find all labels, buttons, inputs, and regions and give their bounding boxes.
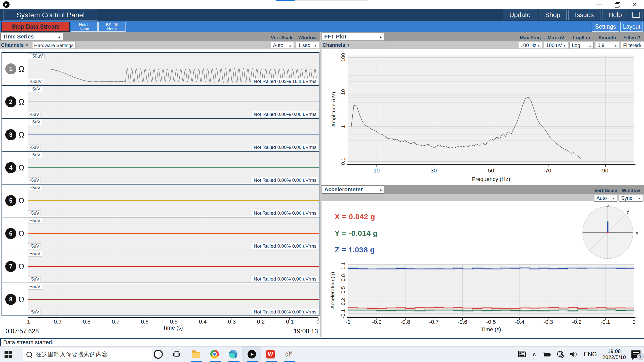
fft-x-axis-label: Frequency (Hz) — [472, 176, 510, 183]
taskbar-search-input[interactable]: 在这里输入你要搜索的内容 — [23, 348, 152, 361]
channel-status: Not Railed 0.03% 16.1 uVrms — [252, 78, 318, 84]
file-explorer-button[interactable] — [191, 349, 201, 359]
scale-bottom-label: -5uV — [28, 243, 41, 249]
window-minimize-button[interactable]: — — [595, 1, 604, 8]
channel-number-badge[interactable]: 1 — [5, 63, 16, 74]
accel-window-dropdown[interactable]: Sync▲ — [619, 195, 643, 202]
channel-number-badge[interactable]: 4 — [5, 162, 16, 173]
accel-x-value: X = 0.042 g — [335, 212, 375, 221]
edge-button[interactable] — [228, 349, 238, 359]
impedance-icon[interactable]: Ω — [18, 196, 24, 205]
channel-number-badge[interactable]: 6 — [5, 228, 16, 239]
impedance-icon[interactable]: Ω — [18, 262, 24, 271]
fft-channels-dropdown-button[interactable]: Channels ▼ — [323, 42, 350, 48]
channel-plot: +50uV-50uVNot Railed 0.03% 16.1 uVrms — [28, 53, 319, 85]
time-series-title: Time Series — [3, 33, 34, 40]
channel-number-badge[interactable]: 8 — [5, 294, 16, 305]
impedance-icon[interactable]: Ω — [18, 130, 24, 140]
help-button[interactable]: Help — [602, 10, 628, 20]
channel-number-badge[interactable]: 2 — [5, 96, 16, 107]
task-view-icon — [173, 350, 181, 358]
accel-title: Accelerometer — [324, 186, 363, 193]
filters-dropdown[interactable]: Filtered▲ — [621, 42, 644, 49]
notification-center-button[interactable]: 1 — [631, 350, 640, 358]
hardware-settings-button[interactable]: Hardware Settings — [32, 42, 75, 49]
channel-label[interactable]: 4Ω — [2, 152, 28, 184]
channel-label[interactable]: 7Ω — [2, 250, 28, 283]
volume-icon[interactable] — [570, 351, 578, 358]
no-internet-globe-icon[interactable] — [557, 350, 564, 358]
max-freq-dropdown[interactable]: 100 Hz▲ — [518, 42, 542, 49]
update-button[interactable]: Update — [503, 10, 537, 20]
layout-button[interactable]: Layout — [620, 22, 643, 32]
news-icon[interactable] — [518, 350, 527, 358]
search-placeholder: 在这里输入你要搜索的内容 — [35, 350, 108, 358]
battery-icon[interactable] — [542, 351, 551, 357]
log-lin-dropdown[interactable]: Log▲ — [570, 42, 594, 49]
smooth-dropdown[interactable]: 0.9▲ — [595, 42, 619, 49]
time-series-title-dropdown[interactable]: Time Series ▲ — [1, 33, 63, 41]
ball-x-label: x — [636, 230, 638, 236]
channel-plot: +5uV-5uVNot Railed 0.00% 0.00 uVrms — [28, 86, 319, 118]
fft-title-dropdown[interactable]: FFT Plot ▲ — [322, 33, 384, 41]
channel-label[interactable]: 6Ω — [2, 217, 28, 250]
time-series-xtick: -1 — [25, 319, 30, 325]
channel-label[interactable]: 3Ω — [2, 119, 28, 151]
impedance-icon[interactable]: Ω — [18, 97, 24, 107]
window-dropdown[interactable]: 1 sec ▲ — [296, 42, 319, 49]
wps-office-button[interactable]: W — [266, 349, 275, 359]
scale-bottom-label: -5uV — [28, 177, 41, 183]
shop-button[interactable]: Shop — [539, 10, 567, 20]
channel-number-badge[interactable]: 7 — [5, 261, 16, 272]
start-button[interactable] — [5, 351, 12, 358]
clock[interactable]: 19:08 2022/5/10 — [602, 348, 626, 360]
scale-bottom-label: -5uV — [28, 276, 41, 282]
status-message: Data stream started. — [3, 339, 53, 346]
channels-dropdown-button[interactable]: Channels ▼ — [1, 42, 29, 48]
language-indicator[interactable]: ENG — [584, 351, 597, 358]
issues-button[interactable]: Issues — [568, 10, 600, 20]
tray-expand-icon[interactable]: ∧ — [532, 351, 537, 358]
channel-label[interactable]: 2Ω — [2, 86, 28, 118]
vert-scale-value: Auto — [273, 42, 283, 48]
elapsed-time: 0:07:57.628 — [6, 328, 39, 335]
impedance-icon[interactable]: Ω — [18, 64, 24, 74]
channel-row: 4Ω+5uV-5uVNot Railed 0.00% 0.00 uVrms — [2, 152, 319, 185]
channel-row: 7Ω+5uV-5uVNot Railed 0.00% 0.00 uVrms — [2, 250, 319, 283]
chrome-button[interactable] — [210, 349, 219, 359]
console-button[interactable]: ... — [630, 10, 642, 20]
stop-data-stream-button[interactable]: Stop Data Stream — [1, 22, 70, 32]
channel-label[interactable]: 5Ω — [2, 185, 28, 217]
accel-plot — [322, 261, 644, 337]
accel-title-dropdown[interactable]: Accelerometer ▲ — [322, 186, 384, 194]
accel-ytick: 0.2 — [340, 298, 346, 305]
channel-label[interactable]: 8Ω — [2, 283, 28, 315]
channel-plot: +5uV-5uVNot Railed 0.00% 0.00 uVrms — [28, 185, 319, 217]
channel-number-badge[interactable]: 5 — [5, 195, 16, 206]
notch-filter-button[interactable]: Notch None — [71, 22, 98, 32]
impedance-icon[interactable]: Ω — [18, 295, 24, 304]
bp-line2: None — [107, 27, 117, 31]
media-player-button[interactable]: ▶ — [247, 349, 257, 359]
fft-ytick: 1 — [340, 125, 346, 128]
bandpass-filter-button[interactable]: BP Filt None — [98, 22, 126, 32]
title-bar: System Control Panel Update Shop Issues … — [0, 9, 644, 21]
vert-scale-dropdown[interactable]: Auto ▲ — [271, 42, 294, 49]
fft-subbar: Channels ▼ 100 Hz▲ 100 uV▲ Log▲ 0.9▲ Fil… — [321, 41, 644, 49]
window-close-button[interactable]: × — [630, 1, 639, 8]
cortana-icon — [154, 350, 163, 359]
impedance-icon[interactable]: Ω — [18, 229, 24, 238]
settings-button[interactable]: Settings — [592, 22, 619, 32]
task-view-button[interactable] — [172, 349, 182, 359]
accel-vert-scale-dropdown[interactable]: Auto▲ — [594, 195, 617, 202]
window-restore-button[interactable] — [613, 1, 621, 8]
max-uv-dropdown[interactable]: 100 uV▲ — [544, 42, 568, 49]
cortana-button[interactable] — [153, 349, 163, 359]
paint-app-button[interactable] — [284, 349, 294, 359]
chevron-up-icon: ▲ — [58, 35, 61, 38]
channel-number-badge[interactable]: 3 — [5, 129, 16, 140]
impedance-icon[interactable]: Ω — [18, 163, 24, 172]
bp-line1: BP Filt — [106, 23, 118, 27]
fft-plot — [322, 49, 644, 185]
channel-label[interactable]: 1Ω — [2, 53, 28, 85]
